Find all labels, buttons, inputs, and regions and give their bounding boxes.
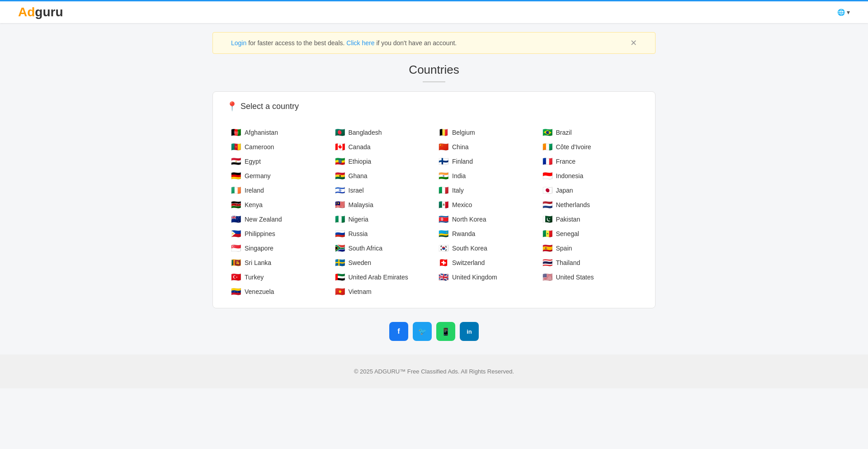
country-item[interactable]: 🇨🇲Cameroon bbox=[226, 140, 330, 154]
country-item[interactable]: 🇦🇪United Arab Emirates bbox=[330, 270, 434, 284]
country-item[interactable]: 🇸🇳Senegal bbox=[538, 227, 642, 241]
country-flag: 🇸🇪 bbox=[335, 260, 345, 266]
country-flag: 🇳🇬 bbox=[335, 216, 345, 223]
country-item[interactable]: 🇪🇬Egypt bbox=[226, 154, 330, 169]
facebook-icon: f bbox=[397, 327, 400, 336]
facebook-share-button[interactable]: f bbox=[389, 322, 408, 341]
linkedin-share-button[interactable]: in bbox=[460, 322, 479, 341]
country-flag: 🇨🇲 bbox=[231, 144, 241, 151]
country-flag: 🇮🇩 bbox=[542, 173, 552, 180]
country-item[interactable]: 🇨🇦Canada bbox=[330, 140, 434, 154]
country-item[interactable]: 🇫🇷France bbox=[538, 154, 642, 169]
country-item[interactable]: 🇪🇸Spain bbox=[538, 241, 642, 255]
country-flag: 🇬🇧 bbox=[439, 274, 448, 281]
country-item[interactable]: 🇮🇪Ireland bbox=[226, 183, 330, 198]
country-item[interactable]: 🇲🇽Mexico bbox=[434, 198, 538, 212]
country-flag: 🇿🇦 bbox=[335, 245, 345, 252]
country-flag: 🇮🇳 bbox=[439, 173, 448, 180]
country-item[interactable]: 🇳🇱Netherlands bbox=[538, 198, 642, 212]
lang-dropdown-arrow: ▾ bbox=[847, 9, 850, 16]
country-item[interactable]: 🇺🇸United States bbox=[538, 270, 642, 284]
page-title: Countries bbox=[0, 63, 868, 77]
country-item[interactable]: 🇯🇵Japan bbox=[538, 183, 642, 198]
logo[interactable]: Adguru bbox=[18, 5, 63, 19]
country-item[interactable]: 🇻🇪Venezuela bbox=[226, 284, 330, 299]
country-name: United States bbox=[556, 274, 594, 281]
countries-grid: 🇦🇫Afghanistan🇧🇩Bangladesh🇧🇪Belgium🇧🇷Braz… bbox=[226, 125, 642, 299]
country-item[interactable]: 🇬🇧United Kingdom bbox=[434, 270, 538, 284]
country-item[interactable]: 🇹🇭Thailand bbox=[538, 255, 642, 270]
country-name: Ethiopia bbox=[349, 158, 372, 165]
country-item[interactable]: 🇳🇿New Zealand bbox=[226, 212, 330, 227]
country-name: South Korea bbox=[452, 245, 487, 252]
country-name: India bbox=[452, 172, 466, 180]
country-item[interactable]: 🇳🇬Nigeria bbox=[330, 212, 434, 227]
country-name: Ireland bbox=[245, 187, 264, 194]
country-name: Japan bbox=[556, 187, 573, 194]
country-flag: 🇲🇽 bbox=[439, 202, 448, 208]
login-link[interactable]: Login bbox=[231, 39, 246, 47]
country-item[interactable]: 🇰🇷South Korea bbox=[434, 241, 538, 255]
country-flag: 🇲🇾 bbox=[335, 202, 345, 208]
country-flag: 🇫🇮 bbox=[439, 158, 448, 165]
country-name: Spain bbox=[556, 245, 572, 252]
country-name: Kenya bbox=[245, 201, 263, 208]
country-flag: 🇸🇳 bbox=[542, 231, 552, 237]
country-flag: 🇵🇰 bbox=[542, 216, 552, 223]
country-item[interactable]: 🇰🇪Kenya bbox=[226, 198, 330, 212]
country-item[interactable]: 🇱🇰Sri Lanka bbox=[226, 255, 330, 270]
whatsapp-share-button[interactable]: 📱 bbox=[436, 322, 455, 341]
country-name: Afghanistan bbox=[245, 129, 278, 136]
country-item[interactable]: 🇮🇩Indonesia bbox=[538, 169, 642, 183]
twitter-share-button[interactable]: 🐦 bbox=[413, 322, 432, 341]
country-item[interactable]: 🇬🇭Ghana bbox=[330, 169, 434, 183]
logo-ad: Ad bbox=[18, 5, 35, 19]
copyright-text: © 2025 ADGURU™ Free Classified Ads. All … bbox=[354, 368, 514, 375]
country-item[interactable]: 🇲🇾Malaysia bbox=[330, 198, 434, 212]
country-item[interactable]: 🇵🇰Pakistan bbox=[538, 212, 642, 227]
country-item[interactable]: 🇧🇩Bangladesh bbox=[330, 125, 434, 140]
country-flag: 🇰🇷 bbox=[439, 245, 448, 252]
country-item[interactable]: 🇨🇮Côte d'Ivoire bbox=[538, 140, 642, 154]
country-name: Vietnam bbox=[349, 288, 372, 295]
country-flag: 🇮🇱 bbox=[335, 187, 345, 194]
page-title-section: Countries bbox=[0, 63, 868, 82]
country-item[interactable]: 🇧🇪Belgium bbox=[434, 125, 538, 140]
language-selector[interactable]: 🌐 ▾ bbox=[837, 9, 850, 16]
country-item[interactable]: 🇦🇫Afghanistan bbox=[226, 125, 330, 140]
country-flag: 🇵🇭 bbox=[231, 231, 241, 237]
country-item[interactable]: 🇮🇳India bbox=[434, 169, 538, 183]
country-item[interactable]: 🇨🇭Switzerland bbox=[434, 255, 538, 270]
country-item[interactable]: 🇸🇪Sweden bbox=[330, 255, 434, 270]
country-item[interactable]: 🇷🇼Rwanda bbox=[434, 227, 538, 241]
country-name: Malaysia bbox=[349, 201, 373, 208]
linkedin-icon: in bbox=[467, 328, 472, 335]
country-item[interactable]: 🇿🇦South Africa bbox=[330, 241, 434, 255]
country-item[interactable]: 🇰🇵North Korea bbox=[434, 212, 538, 227]
country-item[interactable]: 🇩🇪Germany bbox=[226, 169, 330, 183]
country-item[interactable]: 🇫🇮Finland bbox=[434, 154, 538, 169]
country-item[interactable]: 🇹🇷Turkey bbox=[226, 270, 330, 284]
country-name: Ghana bbox=[349, 172, 368, 180]
country-flag: 🇧🇪 bbox=[439, 129, 448, 136]
country-name: South Africa bbox=[349, 245, 383, 252]
country-item[interactable]: 🇷🇺Russia bbox=[330, 227, 434, 241]
country-item[interactable]: 🇧🇷Brazil bbox=[538, 125, 642, 140]
country-item[interactable]: 🇪🇹Ethiopia bbox=[330, 154, 434, 169]
country-item[interactable]: 🇨🇳China bbox=[434, 140, 538, 154]
country-flag: 🇹🇭 bbox=[542, 260, 552, 266]
country-flag: 🇸🇬 bbox=[231, 245, 241, 252]
country-item[interactable]: 🇮🇹Italy bbox=[434, 183, 538, 198]
click-here-link[interactable]: Click here bbox=[346, 39, 374, 47]
country-name: North Korea bbox=[452, 216, 486, 223]
country-name: Philippines bbox=[245, 230, 275, 237]
country-flag: 🇧🇩 bbox=[335, 129, 345, 136]
country-item[interactable]: 🇻🇳Vietnam bbox=[330, 284, 434, 299]
country-flag: 🇪🇸 bbox=[542, 245, 552, 252]
banner-close-button[interactable]: ✕ bbox=[630, 38, 637, 48]
country-name: Egypt bbox=[245, 158, 261, 165]
country-item[interactable]: 🇮🇱Israel bbox=[330, 183, 434, 198]
country-item[interactable]: 🇸🇬Singapore bbox=[226, 241, 330, 255]
country-flag: 🇨🇦 bbox=[335, 144, 345, 151]
country-item[interactable]: 🇵🇭Philippines bbox=[226, 227, 330, 241]
